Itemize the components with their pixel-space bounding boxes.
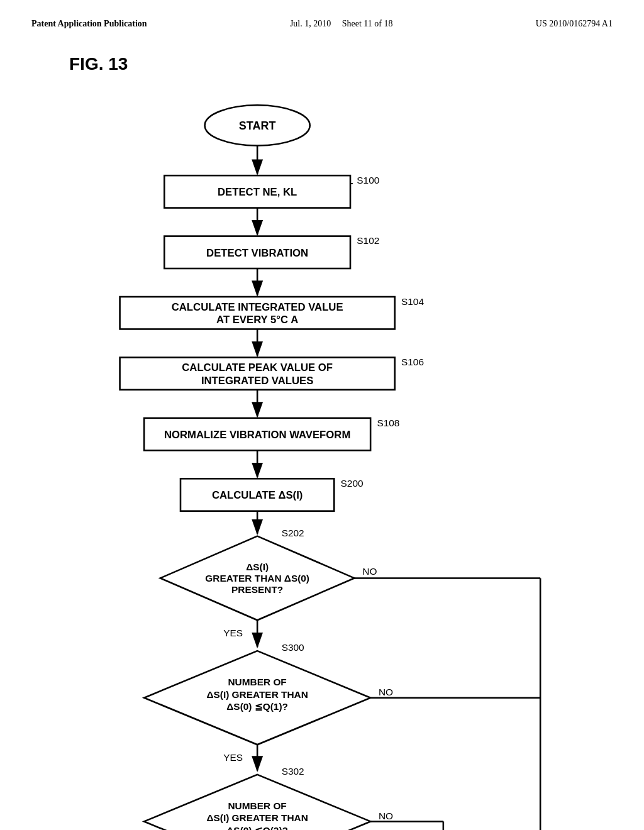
s302-step: S302	[282, 766, 304, 777]
flowchart: START DETECT NE, KL S100 DETECT VIBRATIO…	[39, 93, 605, 830]
s108-step: S108	[377, 418, 399, 428]
s200-step: S200	[341, 478, 364, 489]
s106-label1: CALCULATE PEAK VALUE OF	[182, 362, 333, 374]
s300-label3: ΔS(0) ≦Q(1)?	[226, 701, 288, 712]
s202-step: S202	[282, 528, 304, 538]
s102-label: DETECT VIBRATION	[206, 247, 308, 259]
s300-step: S300	[282, 642, 304, 653]
header-right: US 2010/0162794 A1	[536, 19, 613, 29]
s302-label1: NUMBER OF	[228, 800, 286, 811]
page: Patent Application Publication Jul. 1, 2…	[0, 0, 644, 830]
s300-yes-label: YES	[223, 752, 243, 763]
s300-label2: ΔS(I) GREATER THAN	[206, 689, 308, 700]
s202-yes-label: YES	[223, 628, 243, 638]
flowchart-svg: START DETECT NE, KL S100 DETECT VIBRATIO…	[39, 93, 605, 830]
start-label: START	[239, 119, 276, 132]
s202-label1: ΔS(I)	[246, 562, 269, 572]
s104-label2: AT EVERY 5°C A	[216, 314, 298, 326]
s200-label: CALCULATE ΔS(I)	[212, 489, 303, 501]
s104-label1: CALCULATE INTEGRATED VALUE	[172, 301, 343, 313]
s102-step: S102	[357, 235, 379, 246]
header: Patent Application Publication Jul. 1, 2…	[31, 19, 613, 29]
s106-label2: INTEGRATED VALUES	[201, 375, 313, 387]
s302-label3: ΔS(0) ≦Q(2)?	[226, 825, 288, 830]
sheet-info: Sheet 11 of 18	[342, 19, 393, 28]
s302-no-label: NO	[379, 811, 393, 821]
patent-number: US 2010/0162794 A1	[536, 19, 613, 28]
publication-label: Patent Application Publication	[31, 19, 147, 28]
figure-title: FIG. 13	[69, 54, 613, 74]
s202-label3: PRESENT?	[231, 584, 283, 595]
publication-date: Jul. 1, 2010	[290, 19, 331, 28]
s300-label1: NUMBER OF	[228, 677, 286, 687]
s104-step: S104	[401, 296, 424, 307]
s100-step: S100	[357, 175, 379, 185]
header-left: Patent Application Publication	[31, 19, 147, 29]
s106-step: S106	[401, 357, 424, 367]
s202-no-label: NO	[362, 566, 377, 577]
s108-label: NORMALIZE VIBRATION WAVEFORM	[164, 429, 350, 441]
s300-no-label: NO	[379, 687, 393, 697]
s100-label: DETECT NE, KL	[218, 186, 297, 198]
header-center: Jul. 1, 2010 Sheet 11 of 18	[290, 19, 393, 29]
s302-label2: ΔS(I) GREATER THAN	[206, 812, 308, 823]
s202-label2: GREATER THAN ΔS(0)	[205, 573, 309, 584]
